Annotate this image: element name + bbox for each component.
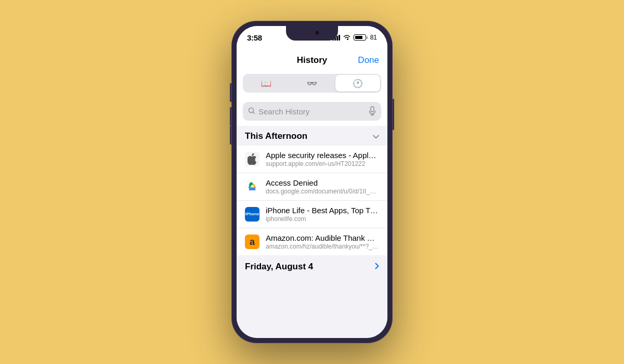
page-title: History: [290, 55, 334, 66]
search-bar[interactable]: Search History: [243, 102, 381, 121]
section-title: This Afternoon: [245, 131, 307, 141]
friday-chevron-icon: [375, 262, 379, 271]
content-area: This Afternoon: [237, 126, 387, 338]
mic-icon[interactable]: [369, 106, 376, 117]
history-item-apple-security[interactable]: Apple security releases - Apple Sup... s…: [237, 146, 387, 173]
tab-bar: 📖 👓 🕐: [237, 71, 387, 98]
wifi-icon: [343, 34, 351, 41]
battery-level: 81: [370, 34, 377, 41]
collapse-chevron-icon: [373, 132, 379, 140]
google-drive-icon: [246, 181, 258, 192]
phone-wrapper: 3:58: [231, 21, 393, 343]
tab-reading-list[interactable]: 👓: [290, 75, 334, 92]
svg-marker-4: [249, 187, 256, 189]
friday-section-title: Friday, August 4: [245, 262, 313, 272]
apple-favicon: [245, 152, 259, 166]
history-list: Apple security releases - Apple Sup... s…: [237, 146, 387, 255]
history-item-title: Apple security releases - Apple Sup...: [266, 151, 379, 160]
history-item-text: Apple security releases - Apple Sup... s…: [266, 151, 379, 167]
history-item-title: iPhone Life - Best Apps, Top Tips,...: [266, 206, 379, 215]
history-icon: 🕐: [353, 79, 363, 88]
section-this-afternoon-header[interactable]: This Afternoon: [237, 126, 387, 146]
history-item-title: Amazon.com: Audible Thank You: [266, 233, 379, 242]
svg-rect-1: [371, 107, 374, 112]
gdrive-favicon: [245, 179, 259, 194]
status-time: 3:58: [247, 33, 262, 42]
reading-list-icon: 👓: [307, 79, 317, 88]
section-friday[interactable]: Friday, August 4: [237, 255, 387, 278]
phone-screen: 3:58: [237, 26, 387, 338]
history-item-title: Access Denied: [266, 178, 379, 187]
history-header: History Done: [237, 49, 387, 71]
history-item-iphone-life[interactable]: iPhone iPhone Life - Best Apps, Top Tips…: [237, 201, 387, 228]
status-icons: 81: [332, 34, 377, 41]
history-item-url: iphonelife.com: [266, 215, 379, 223]
amazon-favicon: a: [245, 235, 259, 249]
search-section: Search History: [237, 98, 387, 126]
history-item-url: support.apple.com/en-us/HT201222: [266, 160, 379, 167]
tab-history[interactable]: 🕐: [335, 75, 380, 92]
history-item-amazon-audible[interactable]: a Amazon.com: Audible Thank You amazon.c…: [237, 228, 387, 255]
history-item-text: iPhone Life - Best Apps, Top Tips,... ip…: [266, 206, 379, 223]
battery-icon: [354, 34, 368, 41]
history-item-access-denied[interactable]: Access Denied docs.google.com/document/u…: [237, 173, 387, 201]
search-icon: [248, 107, 255, 116]
history-item-text: Access Denied docs.google.com/document/u…: [266, 178, 379, 195]
search-placeholder-text: Search History: [258, 107, 366, 116]
done-button[interactable]: Done: [358, 55, 379, 66]
status-bar: 3:58: [237, 26, 387, 49]
bookmarks-icon: 📖: [261, 79, 271, 88]
history-item-text: Amazon.com: Audible Thank You amazon.com…: [266, 233, 379, 250]
history-item-url: amazon.com/hz/audible/thankyou/**?_encod…: [266, 243, 379, 250]
svg-marker-3: [252, 184, 256, 188]
svg-marker-2: [249, 184, 252, 188]
tab-bookmarks[interactable]: 📖: [244, 75, 289, 92]
history-item-url: docs.google.com/document/u/0/d/1II_WSZhW…: [266, 188, 379, 195]
iphonelife-favicon: iPhone: [245, 207, 259, 222]
